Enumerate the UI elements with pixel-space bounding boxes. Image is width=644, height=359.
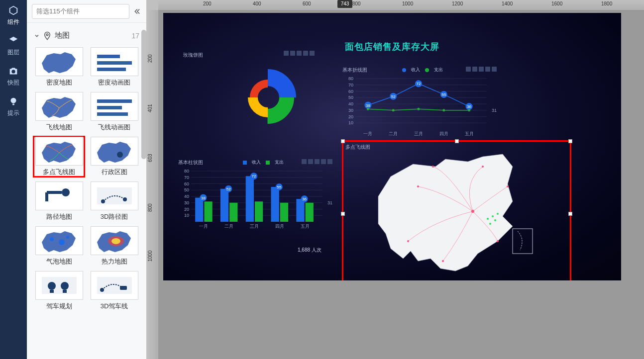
svg-point-14 [48, 282, 56, 290]
svg-text:60: 60 [348, 89, 353, 94]
widget-bar-chart[interactable]: 基本柱状图 收入 支出 1020304050607080一月二月三月四月五月31… [178, 159, 332, 231]
tb-icon[interactable] [485, 67, 490, 72]
component-heat[interactable]: 热力地图 [89, 226, 139, 266]
component-thumb [35, 181, 83, 210]
component-thumb [35, 92, 83, 121]
component-drive3d[interactable]: 3D驾车线 [89, 271, 139, 311]
stat-value: 1,688 人次 [298, 247, 322, 254]
svg-text:五月: 五月 [301, 224, 310, 229]
svg-point-8 [50, 237, 54, 241]
ruler-tick: 1000 [147, 251, 153, 262]
svg-rect-108 [306, 203, 314, 222]
dashboard-canvas[interactable]: 面包店销售及库存大屏 玫瑰饼图 基本折线图 收入 支出 1 [163, 13, 621, 280]
svg-text:70: 70 [348, 83, 353, 88]
component-density[interactable]: 密度地图 [34, 47, 84, 87]
svg-text:50: 50 [184, 187, 189, 192]
component-label: 3D驾车线 [101, 302, 128, 311]
svg-text:80: 80 [348, 76, 353, 81]
resize-handle[interactable] [341, 139, 345, 143]
component-label: 热力地图 [102, 257, 127, 266]
sidebar-components[interactable]: 组件 [2, 5, 24, 26]
resize-handle[interactable] [341, 212, 345, 216]
panel-scrollbar[interactable] [141, 0, 146, 359]
sidebar-hints[interactable]: 提示 [2, 96, 24, 117]
category-name: 地图 [55, 31, 70, 40]
svg-text:10: 10 [184, 213, 189, 218]
resize-handle[interactable] [455, 139, 459, 143]
tb-icon[interactable] [315, 159, 320, 164]
category-map-header[interactable]: 地图 17 [27, 27, 146, 44]
svg-rect-122 [513, 229, 533, 254]
component-drive[interactable]: 驾车规划 [34, 271, 84, 311]
svg-text:一月: 一月 [199, 224, 208, 229]
resize-handle[interactable] [568, 212, 572, 216]
widget-toolbar[interactable] [284, 51, 315, 56]
svg-text:52: 52 [391, 94, 396, 99]
svg-rect-90 [220, 189, 228, 222]
widget-toolbar[interactable] [302, 159, 332, 164]
component-density-anim[interactable]: 密度动画图 [89, 47, 139, 87]
svg-text:三月: 三月 [414, 131, 423, 136]
svg-rect-106 [255, 201, 263, 222]
component-label: 多点飞线图 [43, 168, 75, 177]
svg-text:一月: 一月 [363, 131, 372, 136]
svg-text:20: 20 [184, 207, 189, 212]
category-count: 17 [131, 32, 139, 40]
component-route3d[interactable]: 3D路径图 [89, 181, 139, 221]
ruler-tick: 200 [147, 54, 153, 63]
donut-chart [238, 68, 298, 127]
component-flyline-anim[interactable]: 飞线动画图 [89, 92, 139, 132]
location-icon [43, 31, 52, 40]
component-multi-flyline[interactable]: 多点飞线图 [34, 137, 84, 177]
line-legend: 收入 支出 [402, 67, 443, 73]
svg-text:52: 52 [226, 187, 231, 191]
component-thumb [91, 92, 138, 121]
svg-text:60: 60 [184, 181, 189, 186]
tb-icon[interactable] [472, 67, 477, 72]
component-flyline[interactable]: 飞线地图 [34, 92, 84, 132]
china-map-svg [343, 142, 570, 280]
tb-icon[interactable] [321, 159, 326, 164]
sidebar-snapshot[interactable]: 快照 [2, 66, 24, 87]
widget-toolbar[interactable] [466, 67, 497, 72]
tb-icon[interactable] [284, 51, 289, 56]
widget-line-chart[interactable]: 基本折线图 收入 支出 1020304050607080一月二月三月四月五月31… [342, 67, 497, 139]
tb-icon[interactable] [492, 67, 497, 72]
widget-pie[interactable]: 玫瑰饼图 [178, 48, 318, 152]
svg-rect-91 [246, 176, 254, 222]
camera-icon [8, 66, 19, 77]
svg-rect-104 [204, 201, 212, 222]
ruler-vertical[interactable]: 2004016038001000 [146, 10, 158, 359]
tb-icon[interactable] [308, 159, 313, 164]
ruler-tick: 1000 [402, 1, 413, 6]
svg-point-7 [123, 197, 127, 201]
sidebar-layers[interactable]: 图层 [2, 35, 24, 57]
svg-point-64 [418, 108, 420, 110]
tb-icon[interactable] [327, 159, 332, 164]
component-filter-input[interactable] [32, 4, 129, 19]
svg-rect-89 [195, 198, 203, 222]
svg-point-63 [392, 109, 395, 111]
collapse-panel-icon[interactable] [132, 7, 141, 16]
tb-icon[interactable] [303, 51, 308, 56]
tb-icon[interactable] [302, 159, 307, 164]
resize-handle[interactable] [568, 139, 572, 143]
tb-icon[interactable] [290, 51, 295, 56]
tb-icon[interactable] [479, 67, 484, 72]
ruler-horizontal[interactable]: 743 20040060080010001200140016001800 [158, 0, 644, 10]
svg-text:四月: 四月 [275, 224, 284, 229]
component-route[interactable]: 路径地图 [34, 181, 84, 221]
component-thumb [35, 226, 83, 255]
tb-icon[interactable] [310, 51, 315, 56]
tb-icon[interactable] [466, 67, 471, 72]
svg-text:36: 36 [302, 197, 307, 201]
svg-text:30: 30 [184, 200, 189, 205]
tb-icon[interactable] [297, 51, 302, 56]
component-bubble[interactable]: 气泡地图 [34, 226, 84, 266]
widget-multi-flyline-map[interactable]: 多点飞线图 [343, 142, 570, 280]
legend-item: 支出 [434, 67, 443, 73]
component-admin[interactable]: 行政区图 [89, 137, 139, 177]
svg-text:38: 38 [201, 196, 206, 200]
svg-rect-107 [280, 203, 288, 222]
svg-text:72: 72 [417, 82, 421, 86]
